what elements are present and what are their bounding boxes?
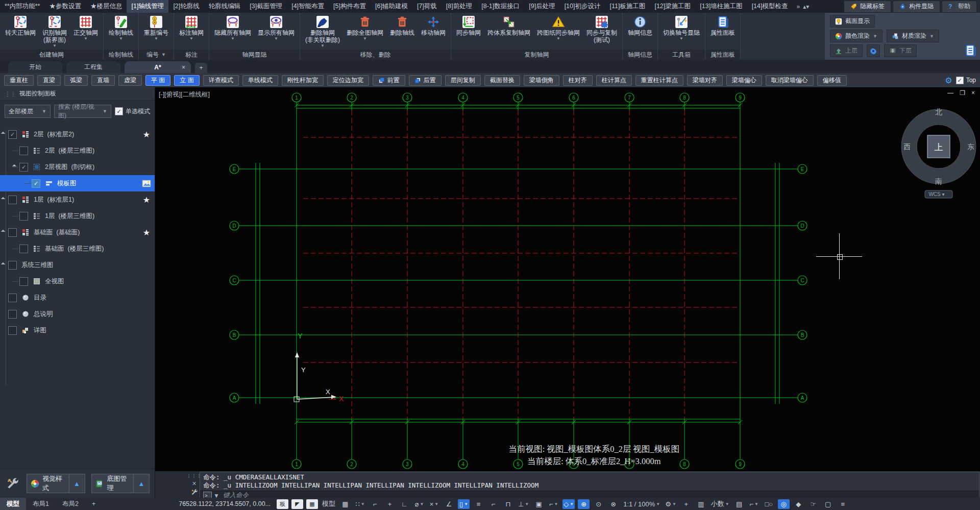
new-tab-button[interactable]: + — [195, 63, 207, 73]
command-window[interactable]: 命令: _u CMDERASEALLAXISNET 命令: _u INTELLI… — [200, 472, 979, 497]
section-replace[interactable]: 截面替换 — [484, 75, 520, 86]
tree-item-catalog[interactable]: 目录 — [0, 289, 155, 306]
expander-icon[interactable] — [1, 197, 5, 201]
preview-image-icon[interactable] — [142, 180, 151, 187]
hide-all-grids[interactable]: 隐藏所有轴网▼ — [212, 15, 254, 41]
close-icon[interactable]: × — [971, 89, 975, 96]
snap-3d-icon[interactable]: ⊓ — [502, 499, 514, 509]
tree-item-full-view[interactable]: 全视图 — [0, 273, 155, 289]
slab-badge[interactable]: 板 — [277, 499, 288, 509]
tree-item-system-3d[interactable]: 系统三维图 — [0, 257, 155, 273]
menu-item-7[interactable]: [4]智能布置 — [287, 0, 329, 13]
angle-icon[interactable]: ∠ — [443, 499, 455, 509]
menu-item-10[interactable]: [7]荷载 — [412, 0, 442, 13]
view-cube-compass[interactable]: 北西东南上WCS ▾ — [898, 101, 979, 203]
dynamic-input-icon[interactable]: ⌐ — [369, 499, 381, 509]
point-input-icon[interactable]: + — [384, 499, 396, 509]
component-visibility-button[interactable]: 构件显隐 — [893, 1, 940, 13]
settings-icon[interactable]: ⚙▼ — [664, 499, 677, 509]
expander-icon[interactable] — [1, 230, 5, 234]
visual-style-button[interactable]: 视觉样式▲ — [27, 474, 85, 493]
delete-grid-nonassoc[interactable]: 删除轴网 (非关联删除)▼ — [303, 15, 342, 48]
osnap-alt-icon[interactable]: ⊙ — [593, 499, 604, 509]
sync-and-copy-test[interactable]: 同步与复制 (测试) — [584, 15, 620, 44]
arc-beam[interactable]: 弧梁 — [64, 75, 88, 86]
tree-item-detail-drawing[interactable]: 详图 — [0, 322, 155, 338]
column-align[interactable]: 柱对齐 — [563, 75, 593, 86]
view-control-panel-header[interactable]: ⋮⋮ 视图控制面板 — [0, 87, 155, 101]
column-calc-point[interactable]: 柱计算点 — [596, 75, 632, 86]
selection-cycle-icon[interactable]: ⌐ — [487, 499, 499, 509]
menu-item-12[interactable]: [8-1]数据接口 — [477, 0, 524, 13]
menu-item-4[interactable]: [2]轮廓线 — [168, 0, 204, 13]
locate-edge-widen[interactable]: 定位边加宽 — [327, 75, 369, 86]
tree-checkbox[interactable] — [8, 310, 17, 319]
expander-icon[interactable] — [1, 262, 5, 266]
detail-mode[interactable]: 详查模式 — [203, 75, 239, 86]
reset-column-calc-point[interactable]: 重置柱计算点 — [635, 75, 683, 86]
tree-checkbox[interactable] — [19, 147, 28, 155]
beam-wall-align[interactable]: 梁墙对齐 — [687, 75, 723, 86]
basemap-manage-button[interactable]: 底图管理▲ — [91, 474, 150, 493]
fullscreen-icon[interactable]: ▢ — [822, 499, 834, 509]
delete-axis-line[interactable]: 删除轴线 — [387, 15, 417, 37]
floor-filter-select[interactable]: 全部楼层 ▼ — [5, 105, 51, 118]
graphics-perf-icon[interactable]: ◆ — [793, 499, 804, 509]
bring-front[interactable]: 前置 — [373, 75, 405, 86]
doc-tab-2[interactable]: A*× — [125, 61, 191, 73]
object-tracking-icon[interactable]: ×▼ — [428, 499, 440, 509]
ortho-grid[interactable]: 正交轴网▼ — [71, 15, 101, 41]
snap-mode-icon[interactable]: ∷▼ — [354, 499, 366, 509]
property-panel[interactable]: 属性面板 — [708, 15, 738, 37]
menu-item-13[interactable]: [9]后处理 — [524, 0, 559, 13]
drawing-canvas[interactable]: 112233445566778899EEDDCCBBAAYYXX [-][俯视]… — [155, 87, 980, 471]
plan-view[interactable]: 平 面 — [145, 75, 170, 86]
tree-checkbox[interactable] — [19, 277, 28, 286]
vertical-column[interactable]: 垂直柱 — [4, 75, 34, 86]
menu-item-16[interactable]: [12]梁施工图 — [650, 0, 695, 13]
menu-item-9[interactable]: [6]辅助建模 — [371, 0, 412, 13]
menu-item-8[interactable]: [5]构件布置 — [329, 0, 371, 13]
menu-item-3[interactable]: [1]轴线管理 — [127, 0, 168, 13]
cross-sheet-sync-grid[interactable]: 跨图纸同步轴网▼ — [534, 15, 582, 41]
isolate-objects-icon[interactable]: □○ — [763, 499, 775, 509]
annotation-icon[interactable]: ▣ — [533, 499, 545, 509]
elevation-view[interactable]: 立 面 — [174, 75, 199, 86]
move-grid[interactable]: 移动轴网 — [419, 15, 448, 37]
search-input[interactable]: 搜索 (楼层/视图) ▼ — [54, 105, 111, 118]
menu-item-18[interactable]: [14]模型检查 — [747, 0, 793, 13]
menu-item-5[interactable]: 轮廓线编辑 — [204, 0, 246, 13]
menu-item-1[interactable]: ★参数设置 — [44, 0, 86, 13]
favorite-star-icon[interactable]: ★ — [143, 130, 150, 139]
single-line-mode[interactable]: 单线模式 — [242, 75, 278, 86]
doc-tab-1[interactable]: 工程集 — [66, 61, 120, 73]
menu-item-15[interactable]: [11]板施工图 — [605, 0, 650, 13]
section-display-button[interactable]: 截面显示 — [830, 15, 875, 28]
tree-item-floor-2-3d[interactable]: 2层(楼层三维图) — [0, 142, 155, 159]
cancel-beam-wall-offset[interactable]: 取消梁墙偏心 — [766, 75, 814, 86]
expander-icon[interactable] — [12, 164, 16, 168]
expand-up-icon[interactable]: ▲ — [133, 474, 149, 493]
menu-icon[interactable]: ≡ — [837, 499, 849, 509]
toggle-axis-number-visibility[interactable]: 切换轴号显隐▼ — [660, 15, 702, 41]
menu-item-14[interactable]: [10]初步设计 — [560, 0, 605, 13]
layout-tab-1[interactable]: 布局1 — [26, 498, 56, 510]
wrench-icon[interactable] — [191, 489, 198, 496]
tree-item-foundation-3d[interactable]: 基础面(楼层三维图) — [0, 240, 155, 257]
send-back[interactable]: 后置 — [409, 75, 442, 86]
clean-screen-icon[interactable]: ◎ — [778, 499, 790, 509]
isometric-icon[interactable]: ◇▼ — [562, 499, 575, 509]
ortho-icon[interactable]: ∟ — [399, 499, 410, 509]
transparency-icon[interactable]: ≡ — [473, 499, 484, 509]
chevrons-right-icon[interactable]: » — [797, 3, 800, 10]
tree-item-floor-1[interactable]: 1层(标准层1)★ — [0, 191, 155, 208]
favorite-star-icon[interactable]: ★ — [143, 195, 150, 205]
cursor-icon[interactable]: ◤ — [291, 499, 303, 509]
osnap-alt2-icon[interactable]: ⊗ — [607, 499, 619, 509]
color-render-button[interactable]: 颜色渲染 ▼ — [830, 30, 883, 42]
help-button[interactable]: ?帮助 — [942, 1, 977, 13]
lineweight-icon[interactable]: ▯▼ — [458, 499, 470, 509]
doc-tab-0[interactable]: 开始 — [8, 61, 62, 73]
expand-up-icon[interactable]: ▲ — [69, 474, 85, 493]
polar-tracking-icon[interactable]: ⌀▼ — [413, 499, 425, 509]
